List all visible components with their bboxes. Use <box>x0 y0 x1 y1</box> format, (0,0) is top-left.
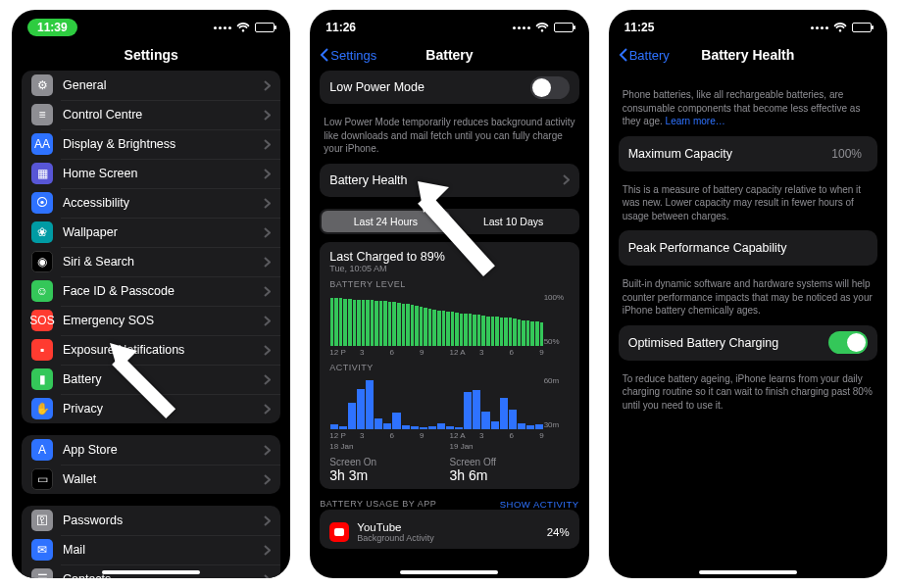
settings-row-display[interactable]: AADisplay & Brightness <box>22 129 280 159</box>
screen-on-label: Screen On <box>329 457 449 467</box>
opt-charging-caption: To reduce battery ageing, iPhone learns … <box>619 372 877 420</box>
health-content[interactable]: Phone batteries, like all rechargeable b… <box>609 71 887 578</box>
chart-bar <box>379 301 383 345</box>
back-button[interactable]: Battery <box>619 48 670 63</box>
chart-bar <box>392 302 396 345</box>
settings-row-home-screen[interactable]: ▦Home Screen <box>22 159 280 188</box>
chart-bar <box>495 317 499 345</box>
chevron-right-icon <box>264 574 271 579</box>
settings-row-wallpaper[interactable]: ❀Wallpaper <box>22 218 280 247</box>
phone-battery-health: 11:25 Battery Battery Health Phone batte… <box>609 10 887 578</box>
app-name: YouTube <box>357 521 546 533</box>
app-sub: Background Activity <box>357 533 546 543</box>
opt-charging-row[interactable]: Optimised Battery Charging <box>619 325 877 361</box>
low-power-row[interactable]: Low Power Mode <box>320 71 578 104</box>
contacts-icon: ☰ <box>31 568 53 578</box>
settings-row-control-centre[interactable]: ≡Control Centre <box>22 100 280 129</box>
status-bar: 11:39 <box>12 10 290 39</box>
battery-status-icon <box>852 23 872 32</box>
chart-bar <box>477 315 481 345</box>
opt-charging-label: Optimised Battery Charging <box>628 336 828 350</box>
phone-settings: 11:39 Settings ⚙︎General≡Control CentreA… <box>12 10 290 578</box>
settings-row-passwords[interactable]: ⚿Passwords <box>22 506 280 535</box>
max-capacity-value: 100% <box>831 147 862 161</box>
chart-bar <box>330 298 334 346</box>
SOS-icon: SOS <box>31 310 53 331</box>
charts-card: Last Charged to 89% Tue, 10:05 AM BATTER… <box>320 242 578 489</box>
settings-row-privacy[interactable]: ✋Privacy <box>22 394 280 423</box>
home-indicator[interactable] <box>400 570 498 574</box>
clock: 11:25 <box>624 21 655 34</box>
chart-bar <box>481 316 485 346</box>
settings-row-battery[interactable]: ▮Battery <box>22 365 280 394</box>
settings-list[interactable]: ⚙︎General≡Control CentreAADisplay & Brig… <box>12 71 290 578</box>
settings-row-sos[interactable]: SOSEmergency SOS <box>22 306 280 335</box>
settings-group-1: ⚙︎General≡Control CentreAADisplay & Brig… <box>22 71 280 423</box>
chart-bar <box>366 380 374 429</box>
x-axis-dates: 18 Jan19 Jan <box>329 442 569 451</box>
chart-bar <box>509 318 513 345</box>
chart-bar <box>464 314 468 345</box>
app-row-youtube[interactable]: YouTubeBackground Activity 24% <box>329 515 569 543</box>
back-button[interactable]: Settings <box>320 48 376 63</box>
back-label: Settings <box>330 48 376 63</box>
chart-bar <box>491 317 495 346</box>
A-icon: A <box>31 439 53 461</box>
usage-header: BATTERY USAGE BY APP SHOW ACTIVITY <box>320 499 578 510</box>
chart-bar <box>428 309 432 346</box>
settings-group-2: AApp Store▭Wallet <box>22 435 280 494</box>
row-label: Privacy <box>63 402 264 416</box>
settings-row-mail[interactable]: ✉Mail <box>22 535 280 564</box>
settings-row-appstore[interactable]: AApp Store <box>22 435 280 465</box>
chart-bar <box>446 426 454 429</box>
nav-header: Battery Battery Health <box>609 39 887 71</box>
peak-perf-row[interactable]: Peak Performance Capability <box>619 230 877 266</box>
battery-status-icon <box>255 23 275 32</box>
seg-24h[interactable]: Last 24 Hours <box>322 211 449 232</box>
chart-bar <box>383 423 391 428</box>
settings-row-siri[interactable]: ◉Siri & Search <box>22 247 280 276</box>
status-bar: 11:26 <box>310 10 588 39</box>
chart-bar <box>371 300 375 345</box>
chart-bar <box>402 425 410 429</box>
battery-health-row[interactable]: Battery Health <box>320 164 578 197</box>
chevron-right-icon <box>264 80 271 91</box>
settings-row-faceid[interactable]: ☺Face ID & Passcode <box>22 276 280 306</box>
row-label: Siri & Search <box>63 255 264 269</box>
settings-row-exposure[interactable]: ▪Exposure Notifications <box>22 335 280 365</box>
time-range-segmented[interactable]: Last 24 Hours Last 10 Days <box>320 209 578 234</box>
show-activity-link[interactable]: SHOW ACTIVITY <box>500 499 579 510</box>
chart-bar <box>526 425 534 429</box>
home-indicator[interactable] <box>102 570 200 574</box>
row-label: Display & Brightness <box>63 137 264 151</box>
chart-bar <box>518 319 522 345</box>
settings-row-wallet[interactable]: ▭Wallet <box>22 465 280 494</box>
chart-bar <box>469 314 473 345</box>
row-label: Exposure Notifications <box>63 343 264 357</box>
settings-row-general[interactable]: ⚙︎General <box>22 71 280 100</box>
home-indicator[interactable] <box>699 570 797 574</box>
status-icons <box>513 23 574 32</box>
seg-10d[interactable]: Last 10 Days <box>450 211 577 232</box>
clock: 11:26 <box>325 21 356 34</box>
flower-icon: ❀ <box>31 221 53 243</box>
low-power-toggle[interactable] <box>530 76 570 99</box>
max-capacity-group: Maximum Capacity 100% <box>619 136 877 172</box>
peak-perf-label: Peak Performance Capability <box>628 241 868 255</box>
max-capacity-row[interactable]: Maximum Capacity 100% <box>619 136 877 172</box>
chart-bar <box>473 315 476 346</box>
chart-bar <box>428 426 436 429</box>
chevron-right-icon <box>264 345 271 356</box>
learn-more-link[interactable]: Learn more… <box>666 116 725 126</box>
status-icons <box>811 23 872 32</box>
opt-charging-toggle[interactable] <box>828 331 868 354</box>
y-30m: 30m <box>544 420 570 429</box>
low-power-label: Low Power Mode <box>329 80 529 94</box>
chart-bar <box>411 426 419 429</box>
y-50: 50% <box>544 337 570 346</box>
settings-row-accessibility[interactable]: ⦿Accessibility <box>22 188 280 218</box>
status-icons <box>214 23 275 32</box>
chevron-right-icon <box>264 316 271 326</box>
chart-bar <box>334 298 338 345</box>
battery-content[interactable]: Low Power Mode Low Power Mode temporaril… <box>310 71 588 578</box>
